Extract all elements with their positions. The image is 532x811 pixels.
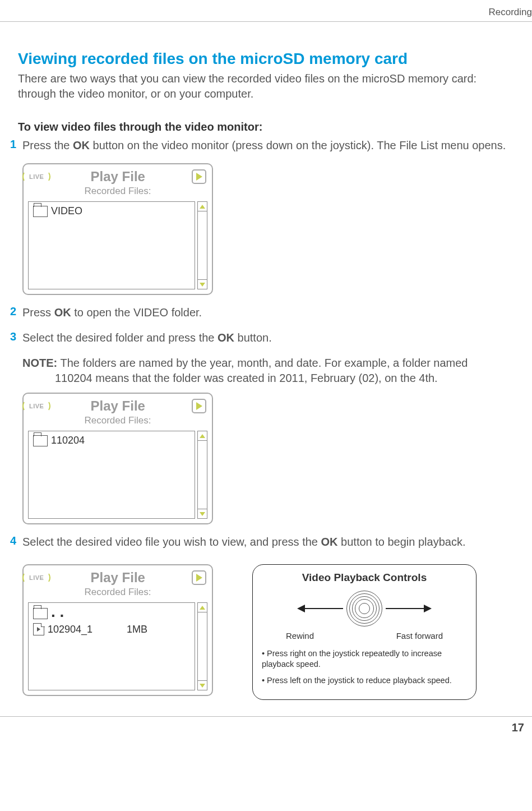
scroll-down-icon	[197, 680, 207, 690]
file-size: 1MB	[127, 624, 147, 635]
playfile-screenshot-2: LIVE Play File Recorded Files: 110204	[22, 393, 213, 524]
parent-folder-row: . .	[33, 606, 190, 621]
live-badge: LIVE	[29, 403, 44, 409]
arrow-left-icon	[298, 608, 343, 609]
folder-name: VIDEO	[51, 205, 82, 217]
step-4: 4 Select the desired video file you wish…	[10, 534, 511, 550]
folder-row: VIDEO	[33, 205, 190, 217]
page: Recording Viewing recorded files on the …	[0, 0, 532, 745]
playback-controls-callout: Video Playback Controls Rewind Fast forw…	[252, 564, 477, 700]
section-title: Viewing recorded files on the microSD me…	[18, 50, 511, 68]
controls-title: Video Playback Controls	[262, 572, 467, 584]
playfile-subtitle: Recorded Files:	[24, 186, 212, 197]
live-badge: LIVE	[29, 173, 44, 180]
scrollbar	[197, 602, 207, 690]
step-text: Select the desired folder and press the …	[22, 330, 511, 345]
scroll-up-icon	[197, 201, 207, 211]
step-2: 2 Press OK to open the VIDEO folder.	[10, 305, 511, 320]
controls-bullets: • Press right on the joystick repeatedly…	[262, 648, 467, 686]
divider-bottom	[0, 716, 532, 717]
play-icon	[192, 169, 206, 184]
file-row: 102904_1 1MB	[33, 623, 190, 635]
bullet-1: • Press right on the joystick repeatedly…	[262, 648, 467, 670]
step-3: 3 Select the desired folder and press th…	[10, 330, 511, 345]
note: NOTE: The folders are named by the year,…	[22, 356, 511, 386]
bullet-2: • Press left on the joystick to reduce p…	[262, 675, 467, 686]
rewind-label: Rewind	[286, 631, 314, 640]
live-badge: LIVE	[29, 574, 44, 581]
play-icon	[192, 570, 206, 585]
file-name: 102904_1	[48, 624, 92, 635]
header-section-label: Recording	[10, 7, 532, 18]
file-list: 110204	[28, 431, 195, 519]
sub-heading: To view video files through the video mo…	[18, 121, 511, 133]
step-number: 4	[10, 534, 22, 550]
folder-row: 110204	[33, 435, 190, 446]
step-text: Press OK to open the VIDEO folder.	[22, 305, 511, 320]
step-1: 1 Press the OK button on the video monit…	[10, 138, 511, 153]
playfile-title: Play File	[44, 169, 192, 185]
step-text: Press the OK button on the video monitor…	[22, 138, 511, 153]
parent-dots: . .	[51, 603, 64, 621]
step-number: 3	[10, 330, 22, 345]
scroll-down-icon	[197, 279, 207, 289]
scrollbar	[197, 201, 207, 289]
step-number: 1	[10, 138, 22, 153]
playfile-subtitle: Recorded Files:	[24, 415, 212, 426]
intro-text: There are two ways that you can view the…	[18, 71, 511, 102]
folder-icon	[33, 435, 48, 446]
step-number: 2	[10, 305, 22, 320]
folder-name: 110204	[51, 435, 85, 446]
scrollbar	[197, 431, 207, 519]
arrow-right-icon	[386, 608, 431, 609]
folder-icon	[33, 608, 48, 619]
file-list: . . 102904_1 1MB	[28, 602, 195, 690]
playfile-screenshot-3: LIVE Play File Recorded Files: . . 10290…	[22, 564, 213, 696]
scroll-up-icon	[197, 431, 207, 441]
divider-top	[0, 21, 532, 22]
scroll-down-icon	[197, 509, 207, 519]
step4-row: LIVE Play File Recorded Files: . . 10290…	[10, 560, 511, 706]
scroll-up-icon	[197, 602, 207, 612]
file-list: VIDEO	[28, 201, 195, 289]
video-file-icon	[33, 623, 44, 635]
playfile-title: Play File	[44, 398, 192, 414]
step-text: Select the desired video file you wish t…	[22, 534, 511, 550]
playfile-title: Play File	[44, 570, 192, 586]
play-icon	[192, 399, 206, 413]
page-number: 17	[10, 721, 524, 734]
playfile-subtitle: Recorded Files:	[24, 587, 212, 598]
joystick-icon	[346, 591, 382, 626]
joystick-diagram	[262, 591, 467, 626]
playfile-screenshot-1: LIVE Play File Recorded Files: VIDEO	[22, 163, 213, 295]
fast-forward-label: Fast forward	[396, 631, 443, 640]
folder-icon	[33, 206, 48, 217]
